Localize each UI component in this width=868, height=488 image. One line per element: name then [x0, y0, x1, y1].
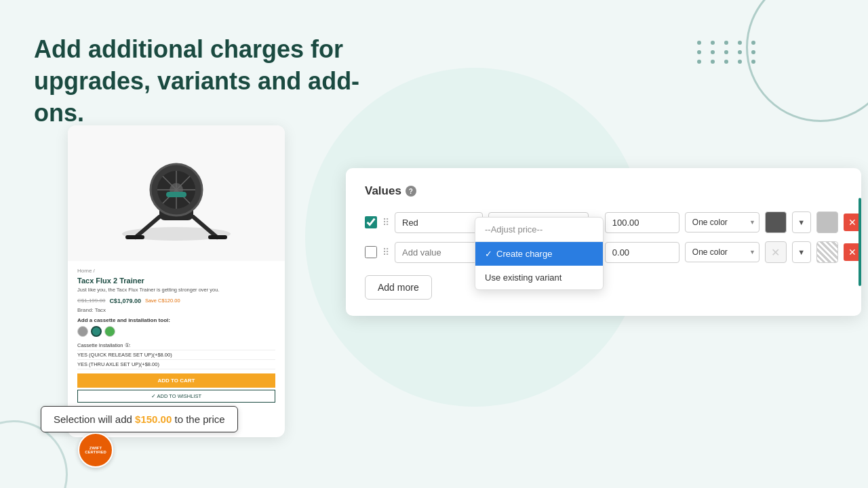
drag-handle-1[interactable]: ⠿	[382, 217, 389, 228]
product-title: Tacx Flux 2 Trainer	[77, 277, 275, 285]
page-title: Add additional charges for upgrades, var…	[34, 34, 373, 129]
product-details: Home / Tacx Flux 2 Trainer Just like you…	[68, 261, 285, 409]
row1-checkbox[interactable]	[365, 216, 377, 228]
row2-color-select[interactable]: One color Two colors	[685, 242, 760, 262]
addon-option-1: YES (QUICK RELEASE SET UP)(+$8.00)	[77, 350, 275, 360]
add-more-button[interactable]: Add more	[365, 275, 432, 300]
svg-rect-13	[166, 192, 186, 197]
price-original: C$1,199.00	[77, 298, 105, 304]
addon-heading: Add a cassette and installation tool:	[77, 317, 275, 323]
value-row-1: ⠿ Create charge Use existing variant ▼ $…	[365, 211, 842, 233]
add-to-wishlist-button[interactable]: ✓ ADD TO WISHLIST	[77, 390, 275, 403]
swatch-gray[interactable]	[77, 326, 88, 337]
row2-swatch-1[interactable]: ✕	[765, 241, 787, 263]
row2-price-input[interactable]	[605, 242, 679, 263]
dropdown-adjust-price: --Adjust price--	[475, 218, 603, 242]
info-icon[interactable]: ?	[406, 186, 416, 197]
row1-color-select[interactable]: One color Two colors	[685, 212, 760, 232]
color-swatches	[77, 326, 275, 337]
value-row-2: ⠿ Create charge Use existing variant ▼ $…	[365, 241, 842, 263]
values-title: Values	[365, 184, 401, 198]
swatch-teal[interactable]	[91, 326, 102, 337]
product-card: Home / Tacx Flux 2 Trainer Just like you…	[68, 125, 285, 437]
breadcrumb: Home /	[77, 268, 275, 274]
row2-color-select-wrapper: One color Two colors ▼	[685, 242, 760, 262]
values-panel: Values ? ⠿ Create charge Use existing va…	[346, 168, 861, 316]
row1-swatch-arrow[interactable]: ▼	[792, 211, 811, 233]
row1-price-input[interactable]	[605, 212, 679, 233]
brand: Brand: Tacx	[77, 307, 275, 313]
price-save: Save C$120.00	[145, 298, 180, 304]
bg-circle-decoration	[746, 0, 868, 122]
row2-checkbox[interactable]	[365, 246, 377, 258]
row1-color-select-wrapper: One color Two colors ▼	[685, 212, 760, 232]
product-image	[108, 139, 244, 247]
price-sale: C$1,079.00	[109, 298, 141, 304]
swatch-green[interactable]	[104, 326, 115, 337]
svg-rect-12	[208, 235, 227, 239]
row1-swatch-2[interactable]	[816, 211, 838, 233]
row2-value-input[interactable]	[395, 242, 483, 263]
selection-badge: Selection will add $150.00 to the price	[41, 406, 238, 432]
svg-rect-11	[125, 235, 144, 239]
product-price-line: C$1,199.00 C$1,079.00 Save C$120.00	[77, 298, 275, 304]
dropdown-create-charge[interactable]: ✓ Create charge	[475, 242, 603, 266]
main-heading-block: Add additional charges for upgrades, var…	[34, 34, 373, 129]
row1-remove-button[interactable]: ✕	[844, 214, 861, 231]
dropdown-use-existing-variant[interactable]: Use existing variant	[475, 266, 603, 289]
bg-dots-decoration	[697, 41, 760, 64]
addon-option-2: YES (THRU AXLE SET UP)(+$8.00)	[77, 360, 275, 369]
charge-type-dropdown-menu: --Adjust price-- ✓ Create charge Use exi…	[475, 217, 604, 290]
addon-row-1: Cassette Installation ①:	[77, 341, 275, 350]
product-description: Just like you, the Tacx Flux Trainer is …	[77, 287, 275, 294]
row1-value-input[interactable]	[395, 212, 483, 233]
selection-suffix: to the price	[172, 413, 224, 425]
row2-remove-button[interactable]: ✕	[844, 243, 861, 261]
selection-price: $150.00	[135, 413, 172, 425]
checkmark-icon: ✓	[485, 249, 492, 259]
selection-prefix: Selection will add	[54, 413, 135, 425]
row2-swatch-arrow[interactable]: ▼	[792, 241, 811, 263]
values-header: Values ?	[365, 184, 842, 198]
row1-swatch-1[interactable]	[765, 211, 787, 233]
add-to-cart-button[interactable]: ADD TO CART	[77, 373, 275, 388]
zwift-badge: ZWIFT CERTIFIED	[78, 432, 113, 468]
row2-swatch-2[interactable]	[816, 241, 838, 263]
product-image-area	[68, 125, 285, 261]
drag-handle-2[interactable]: ⠿	[382, 247, 389, 258]
